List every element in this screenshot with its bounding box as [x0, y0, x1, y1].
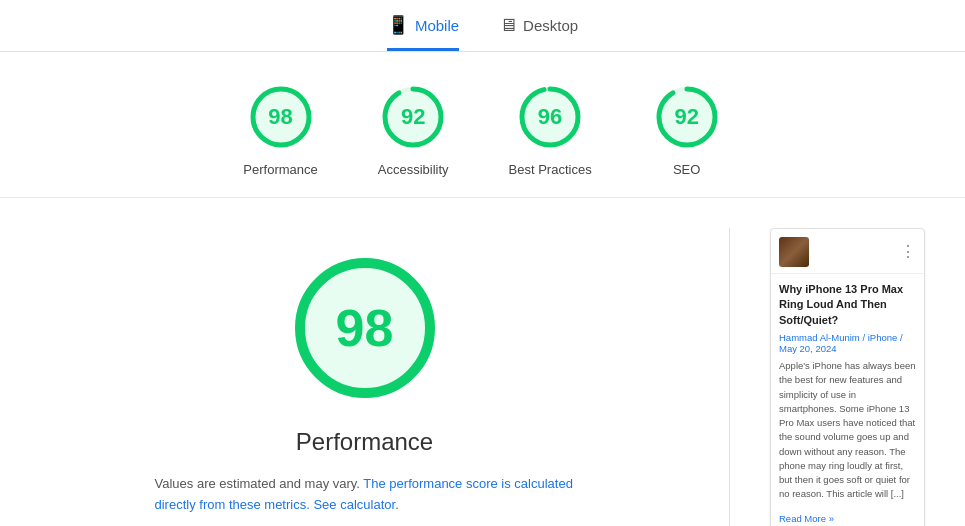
- note-link-calc[interactable]: See calculator: [313, 497, 395, 512]
- tab-desktop[interactable]: 🖥 Desktop: [499, 15, 578, 51]
- big-circle: 98: [285, 248, 445, 408]
- circle-performance: 98: [246, 82, 316, 152]
- card-1-thumb: [779, 237, 809, 267]
- score-seo-label: SEO: [673, 162, 700, 177]
- right-panel: ⋮ Why iPhone 13 Pro Max Ring Loud And Th…: [770, 228, 925, 526]
- note-text: Values are estimated and may vary. The p…: [155, 474, 575, 516]
- big-circle-value: 98: [336, 298, 394, 358]
- card-1-thumb-inner: [779, 237, 809, 267]
- desktop-icon: 🖥: [499, 15, 517, 36]
- score-accessibility-label: Accessibility: [378, 162, 449, 177]
- blog-card-1: ⋮ Why iPhone 13 Pro Max Ring Loud And Th…: [770, 228, 925, 526]
- score-performance: 98 Performance: [243, 82, 317, 177]
- card-1-menu-icon[interactable]: ⋮: [900, 244, 916, 260]
- scores-row: 98 Performance 92 Accessibility 96 Best …: [0, 52, 965, 198]
- mobile-icon: 📱: [387, 14, 409, 36]
- card-1-header: ⋮: [771, 229, 924, 274]
- vertical-divider: [729, 228, 730, 526]
- score-seo: 92 SEO: [652, 82, 722, 177]
- tab-desktop-label: Desktop: [523, 17, 578, 34]
- perf-title: Performance: [296, 428, 433, 456]
- score-best-practices: 96 Best Practices: [509, 82, 592, 177]
- score-accessibility-value: 92: [401, 104, 425, 130]
- score-accessibility: 92 Accessibility: [378, 82, 449, 177]
- card-1-excerpt: Apple's iPhone has always been the best …: [779, 359, 916, 502]
- card-1-body: Why iPhone 13 Pro Max Ring Loud And Then…: [771, 274, 924, 526]
- score-best-practices-label: Best Practices: [509, 162, 592, 177]
- card-1-meta: Hammad Al-Munim / iPhone / May 20, 2024: [779, 332, 916, 354]
- card-1-read-more[interactable]: Read More »: [779, 513, 834, 524]
- card-1-title: Why iPhone 13 Pro Max Ring Loud And Then…: [779, 282, 916, 328]
- main-content: 98 Performance Values are estimated and …: [0, 198, 965, 526]
- tab-mobile[interactable]: 📱 Mobile: [387, 14, 459, 51]
- circle-best-practices: 96: [515, 82, 585, 152]
- score-performance-value: 98: [268, 104, 292, 130]
- circle-seo: 92: [652, 82, 722, 152]
- score-performance-label: Performance: [243, 162, 317, 177]
- circle-accessibility: 92: [378, 82, 448, 152]
- note-static: Values are estimated and may vary.: [155, 476, 360, 491]
- tab-mobile-label: Mobile: [415, 17, 459, 34]
- tabs-bar: 📱 Mobile 🖥 Desktop: [0, 0, 965, 52]
- score-best-practices-value: 96: [538, 104, 562, 130]
- left-panel: 98 Performance Values are estimated and …: [40, 228, 689, 526]
- score-seo-value: 92: [674, 104, 698, 130]
